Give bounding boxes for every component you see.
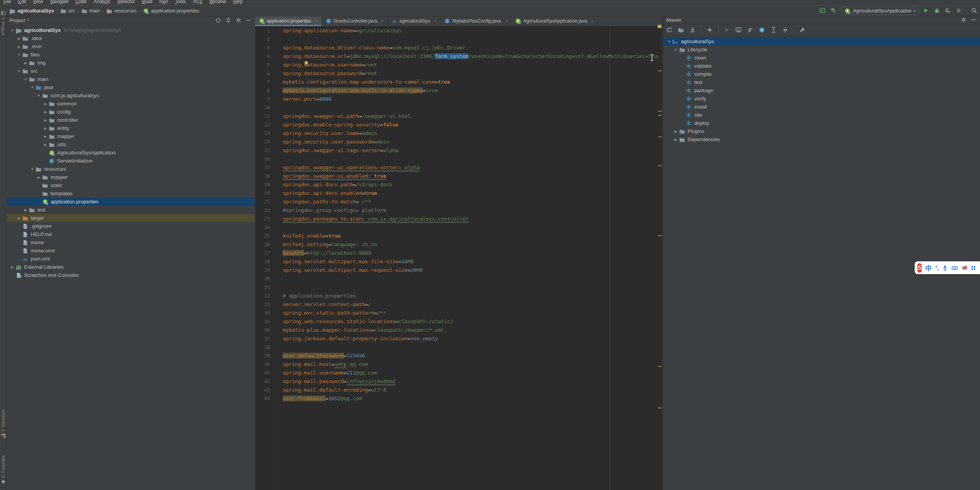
tree-item-common[interactable]: ▶ common <box>6 100 255 108</box>
error-stripe[interactable] <box>658 26 662 490</box>
tab-application-properties[interactable]: application.properties × <box>255 16 322 26</box>
tree-item-main[interactable]: ▼ main <box>6 75 255 83</box>
code-line[interactable]: spring.mvc.static-path-pattern=/** <box>283 309 658 317</box>
code-line[interactable]: spring.datasource.password=root <box>283 69 658 78</box>
locate-icon[interactable] <box>215 17 221 23</box>
code-line[interactable]: mybatis.configuration.use-built-in-alias… <box>283 86 658 95</box>
code-line[interactable]: spring.web.resources.static-locations=cl… <box>283 317 658 326</box>
tree-toggle-icon[interactable]: ▼ <box>29 167 35 171</box>
tree-item-external-libraries[interactable]: ▶ External Libraries <box>6 263 255 271</box>
line-number[interactable]: 38 <box>255 343 273 352</box>
code-line[interactable] <box>283 283 658 292</box>
line-number[interactable]: 13 <box>255 129 273 138</box>
line-number[interactable]: 5 <box>255 61 273 69</box>
line-number[interactable]: 22 <box>255 206 273 215</box>
hide-panel-icon[interactable] <box>245 17 252 23</box>
code-line[interactable]: # application.properties <box>283 292 658 300</box>
line-number[interactable]: 32 <box>255 292 273 300</box>
tree-item-java[interactable]: ▼ java <box>6 83 255 91</box>
breadcrumb-item-main[interactable]: main <box>81 8 100 14</box>
tree-item-com-jx-agriculturalsys[interactable]: ▼ com.jx.agriculturalsys <box>6 91 255 100</box>
stripe-mark[interactable] <box>658 235 662 236</box>
line-number[interactable]: 25 <box>255 232 273 240</box>
maven-item-lifecycle[interactable]: ▼ Lifecycle <box>663 46 980 54</box>
tree-toggle-icon[interactable]: ▼ <box>29 86 35 89</box>
line-number[interactable]: 15 <box>255 146 273 155</box>
menu-edit[interactable]: Edit <box>14 0 30 5</box>
menu-view[interactable]: View <box>30 0 47 5</box>
tree-toggle-icon[interactable]: ▶ <box>673 130 679 133</box>
run-button[interactable] <box>923 7 929 14</box>
tree-toggle-icon[interactable]: ▶ <box>42 118 49 122</box>
code-line[interactable]: user.fromEmail=1652@qq.com <box>283 394 658 403</box>
tree-toggle-icon[interactable]: ▶ <box>9 265 16 269</box>
line-number[interactable]: 43 <box>255 386 273 394</box>
line-number[interactable]: 21 <box>255 198 273 206</box>
code-line[interactable] <box>283 103 658 112</box>
maven-item-package[interactable]: package <box>663 86 980 94</box>
execute-maven-goal-icon[interactable]: m <box>735 27 742 33</box>
line-number[interactable]: 23 <box>255 215 273 223</box>
code-line[interactable]: knife4j.setting=language: zh_cn <box>283 240 658 249</box>
maven-settings-wrench-icon[interactable] <box>799 27 806 33</box>
code-line[interactable]: springdoc.swagger-ui.tags-sorter=alpha <box>283 146 658 155</box>
reimport-maven-icon[interactable] <box>666 27 673 33</box>
code-line[interactable]: springdoc.packages-to-scan: com.jx.agric… <box>283 215 658 223</box>
code-line[interactable]: springdoc.swagger-ui.path=/swagger-ui.ht… <box>283 112 658 121</box>
line-number[interactable]: 8 <box>255 86 273 95</box>
code-line[interactable]: spring.jackson.default-property-inclusio… <box>283 334 658 343</box>
run-with-coverage-button[interactable]: C <box>945 7 951 14</box>
breadcrumb-item-agriculturalsys[interactable]: agriculturalSys <box>9 8 54 14</box>
code-line[interactable]: baseUrl=http://localhost:8888 <box>283 249 658 257</box>
maven-item-dependencies[interactable]: ▶ Dependencies <box>663 135 980 144</box>
tree-item-target[interactable]: ▶ target <box>6 214 255 222</box>
line-number[interactable]: 10 <box>255 103 273 112</box>
maven-item-install[interactable]: install <box>663 103 980 111</box>
stripe-button-project[interactable]: 1: Project <box>0 10 6 35</box>
code-line[interactable] <box>283 223 658 232</box>
maven-item-plugins[interactable]: ▶ Plugins <box>663 127 980 135</box>
tree-item-entity[interactable]: ▶ entity <box>6 124 255 132</box>
line-number[interactable]: 20 <box>255 189 273 198</box>
menu-build[interactable]: Build <box>138 0 156 5</box>
hide-maven-panel-icon[interactable] <box>971 17 977 23</box>
code-line[interactable]: spring.mail.password=inftetzzrjmsdhhd <box>283 377 658 386</box>
tree-item-mapper[interactable]: ▶ mapper <box>6 132 255 140</box>
code-line[interactable]: mybatis.configuration.map-underscore-to-… <box>283 78 658 86</box>
skip-tests-icon[interactable] <box>747 27 754 33</box>
tree-toggle-icon[interactable]: ▼ <box>9 28 16 32</box>
tree-item-mapper[interactable]: ▶ mapper <box>6 173 255 181</box>
tab-agriculturalsys[interactable]: m agriculturalSys × <box>388 16 441 26</box>
maven-item-deploy[interactable]: deploy <box>663 119 980 127</box>
line-number[interactable]: 41 <box>255 369 273 377</box>
ime-half-icon[interactable] <box>971 264 977 272</box>
line-number[interactable]: 42 <box>255 377 273 386</box>
project-view-caret[interactable]: ▾ <box>27 18 29 22</box>
tree-item-scratches-and-consoles[interactable]: Scratches and Consoles <box>6 271 255 279</box>
stripe-mark[interactable] <box>658 115 662 116</box>
generate-sources-icon[interactable] <box>678 27 684 33</box>
tree-item-agriculturalsys[interactable]: ▼ agriculturalSys G:\shejing\agricultura… <box>6 26 255 34</box>
menu-refactor[interactable]: Refactor <box>114 0 138 5</box>
tree-item-utils[interactable]: ▶ utils <box>6 140 255 149</box>
line-number[interactable]: 28 <box>255 257 273 266</box>
menu-vcs[interactable]: VCS <box>189 0 206 5</box>
line-number[interactable]: 3 <box>255 44 273 52</box>
code-line[interactable]: #springdoc.group-configs= platform <box>283 206 658 215</box>
debug-button[interactable] <box>934 7 940 14</box>
code-line[interactable]: mybatis-plus.mapper-locations=classpath:… <box>283 326 658 334</box>
collapse-all-icon[interactable] <box>782 27 789 33</box>
maven-settings-gear-icon[interactable] <box>961 17 967 23</box>
line-number[interactable]: 12 <box>255 121 273 129</box>
close-tab-icon[interactable]: × <box>315 19 318 23</box>
tree-toggle-icon[interactable]: ▶ <box>42 126 49 130</box>
tree-item-help-md[interactable]: MD HELP.md <box>6 230 255 238</box>
code-line[interactable]: springdoc.api-docs.enabled=true <box>283 189 658 198</box>
tree-toggle-icon[interactable]: ▶ <box>23 208 29 212</box>
line-number[interactable]: 2 <box>255 35 273 44</box>
ime-mic-icon[interactable] <box>942 264 948 272</box>
breadcrumb-item-application-properties[interactable]: application.properties <box>143 8 199 14</box>
tab-goodscontroller-java[interactable]: C GoodsController.java × <box>322 16 388 26</box>
run-maven-build-icon[interactable] <box>724 27 730 33</box>
line-number[interactable]: 26 <box>255 240 273 249</box>
